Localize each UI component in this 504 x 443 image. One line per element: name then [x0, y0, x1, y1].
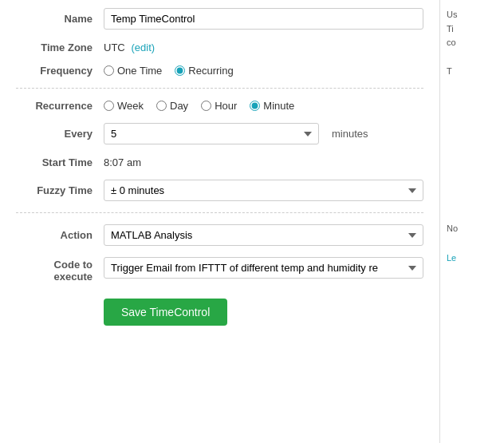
- every-unit-label: minutes: [332, 128, 368, 140]
- recurrence-week-option[interactable]: Week: [104, 100, 144, 112]
- action-row: Action MATLAB Analysis Python Script Ema…: [16, 224, 423, 246]
- timezone-value: UTC: [104, 42, 125, 53]
- divider-1: [16, 88, 423, 89]
- fuzzy-time-row: Fuzzy Time ± 0 minutes ± 1 minutes ± 2 m…: [16, 180, 423, 201]
- recurrence-radio-group: Week Day Hour Minute: [104, 100, 423, 112]
- name-label: Name: [16, 13, 104, 25]
- recurrence-row: Recurrence Week Day Hour: [16, 100, 423, 112]
- start-time-value: 8:07 am: [104, 156, 141, 168]
- side-text-1: Us Ti co: [447, 8, 498, 50]
- frequency-recurring-option[interactable]: Recurring: [175, 65, 233, 77]
- divider-2: [16, 212, 423, 213]
- save-row: Save TimeControl: [16, 294, 423, 326]
- start-time-row: Start Time 8:07 am: [16, 156, 423, 168]
- side-link[interactable]: Le: [447, 253, 456, 263]
- timezone-label: Time Zone: [16, 42, 104, 53]
- recurrence-week-radio[interactable]: [104, 101, 114, 111]
- action-select[interactable]: MATLAB Analysis Python Script Email Webh…: [104, 224, 423, 246]
- recurrence-hour-label: Hour: [215, 100, 237, 112]
- frequency-row: Frequency One Time Recurring: [16, 65, 423, 77]
- recurrence-week-label: Week: [117, 100, 144, 112]
- frequency-label: Frequency: [16, 65, 104, 77]
- recurrence-minute-radio[interactable]: [250, 101, 260, 111]
- timezone-row: Time Zone UTC (edit): [16, 41, 423, 53]
- action-label: Action: [16, 229, 104, 241]
- name-input[interactable]: [104, 8, 423, 30]
- code-label: Code to execute: [16, 257, 104, 283]
- frequency-recurring-radio[interactable]: [175, 65, 185, 76]
- name-row: Name: [16, 8, 423, 30]
- every-select[interactable]: 1 2 3 4 5 10 15 20 30: [104, 123, 319, 144]
- every-row: Every 1 2 3 4 5 10 15 20 30 minutes: [16, 123, 423, 144]
- fuzzy-time-label: Fuzzy Time: [16, 184, 104, 196]
- save-button[interactable]: Save TimeControl: [104, 299, 227, 326]
- frequency-one-time-option[interactable]: One Time: [104, 65, 162, 77]
- recurrence-minute-option[interactable]: Minute: [250, 100, 294, 112]
- fuzzy-time-select[interactable]: ± 0 minutes ± 1 minutes ± 2 minutes ± 5 …: [104, 180, 423, 201]
- recurrence-day-label: Day: [170, 100, 188, 112]
- recurrence-minute-label: Minute: [263, 100, 294, 112]
- recurrence-hour-option[interactable]: Hour: [201, 100, 237, 112]
- side-text-2: T: [447, 65, 498, 79]
- recurrence-label: Recurrence: [16, 100, 104, 112]
- side-panel: Us Ti co T No Le: [440, 0, 504, 443]
- side-text-3: No: [447, 222, 498, 236]
- timezone-edit-link[interactable]: (edit): [132, 42, 156, 53]
- frequency-radio-group: One Time Recurring: [104, 65, 423, 77]
- code-select[interactable]: Trigger Email from IFTTT of different te…: [104, 257, 423, 279]
- recurrence-day-option[interactable]: Day: [156, 100, 188, 112]
- frequency-one-time-label: One Time: [117, 65, 162, 77]
- frequency-recurring-label: Recurring: [188, 65, 233, 77]
- frequency-one-time-radio[interactable]: [104, 65, 114, 76]
- every-label: Every: [16, 128, 104, 140]
- recurrence-day-radio[interactable]: [156, 101, 167, 111]
- code-row: Code to execute Trigger Email from IFTTT…: [16, 257, 423, 283]
- recurrence-hour-radio[interactable]: [201, 101, 211, 111]
- start-time-label: Start Time: [16, 156, 104, 168]
